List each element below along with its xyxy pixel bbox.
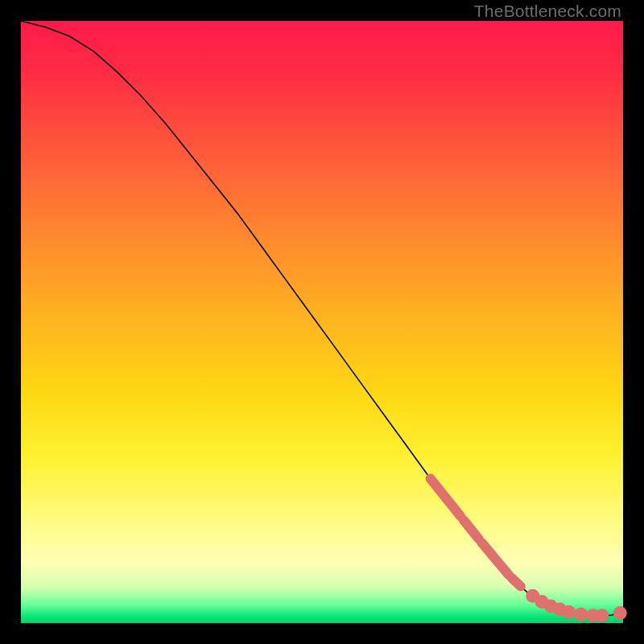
highlight-segment — [431, 478, 460, 516]
highlight-segment — [512, 578, 521, 586]
highlight-point — [564, 608, 573, 617]
watermark-text: TheBottleneck.com — [474, 2, 621, 21]
highlight-point — [576, 610, 585, 619]
plot-area — [21, 21, 623, 623]
chart-stage: TheBottleneck.com — [0, 0, 644, 644]
highlight-point — [616, 609, 625, 617]
highlight-segment — [481, 543, 509, 575]
highlight-point — [597, 611, 606, 620]
curve-line — [21, 21, 623, 616]
highlight-segments — [431, 478, 521, 586]
highlight-segment — [464, 520, 479, 539]
chart-svg — [21, 21, 623, 623]
